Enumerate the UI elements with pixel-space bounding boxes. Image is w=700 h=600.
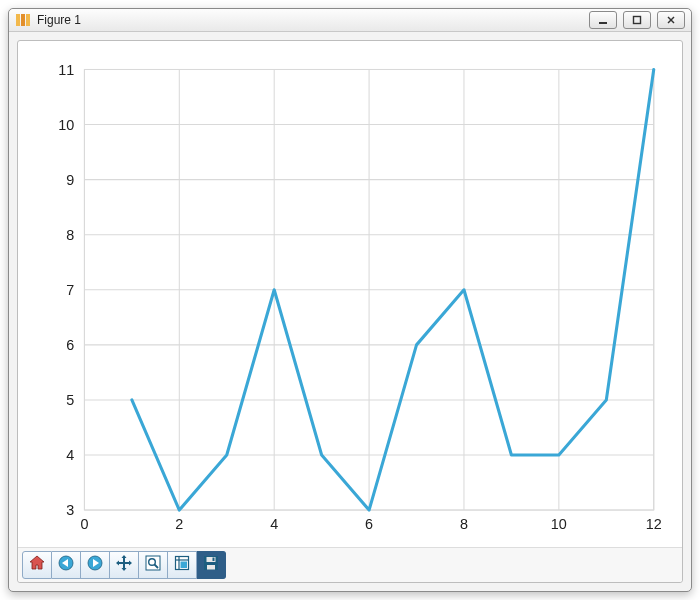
titlebar: Figure 1 (9, 9, 691, 32)
svg-text:9: 9 (66, 172, 74, 188)
svg-rect-1 (21, 14, 25, 26)
home-icon (28, 554, 46, 576)
zoom-button[interactable] (139, 551, 168, 579)
arrow-right-icon (86, 554, 104, 576)
svg-text:8: 8 (66, 227, 74, 243)
client-area: 02468101234567891011 (17, 40, 683, 583)
svg-text:3: 3 (66, 502, 74, 518)
svg-marker-50 (129, 561, 132, 566)
subplots-icon (173, 554, 191, 576)
svg-marker-47 (122, 555, 127, 558)
pan-icon (115, 554, 133, 576)
svg-text:0: 0 (80, 516, 88, 532)
subplots-button[interactable] (168, 551, 197, 579)
save-button[interactable] (197, 551, 226, 579)
svg-text:10: 10 (58, 117, 74, 133)
back-button[interactable] (52, 551, 81, 579)
svg-marker-49 (116, 561, 119, 566)
svg-marker-40 (30, 556, 44, 569)
svg-text:12: 12 (646, 516, 662, 532)
svg-text:6: 6 (365, 516, 373, 532)
svg-rect-60 (207, 565, 215, 570)
maximize-button[interactable] (623, 11, 651, 29)
svg-text:10: 10 (551, 516, 567, 532)
zoom-icon (144, 554, 162, 576)
svg-rect-57 (181, 562, 188, 569)
svg-text:6: 6 (66, 337, 74, 353)
minimize-button[interactable] (589, 11, 617, 29)
pan-button[interactable] (110, 551, 139, 579)
app-icon (15, 12, 31, 28)
plot-area: 02468101234567891011 (18, 41, 682, 547)
svg-rect-0 (16, 14, 20, 26)
window-title: Figure 1 (37, 13, 81, 27)
home-button[interactable] (22, 551, 52, 579)
nav-toolbar (18, 547, 682, 582)
save-icon (202, 554, 220, 576)
svg-text:11: 11 (58, 61, 74, 77)
svg-text:4: 4 (270, 516, 278, 532)
line-chart: 02468101234567891011 (28, 55, 664, 541)
forward-button[interactable] (81, 551, 110, 579)
figure-window: Figure 1 02468101234567891011 (8, 8, 692, 592)
svg-text:2: 2 (175, 516, 183, 532)
svg-text:5: 5 (66, 392, 74, 408)
svg-rect-61 (213, 558, 215, 562)
svg-text:4: 4 (66, 447, 74, 463)
close-button[interactable] (657, 11, 685, 29)
svg-marker-48 (122, 568, 127, 571)
svg-text:8: 8 (460, 516, 468, 532)
svg-rect-2 (26, 14, 30, 26)
svg-rect-4 (634, 16, 641, 23)
window-controls (589, 11, 685, 29)
arrow-left-icon (57, 554, 75, 576)
svg-text:7: 7 (66, 282, 74, 298)
svg-rect-3 (599, 22, 607, 24)
